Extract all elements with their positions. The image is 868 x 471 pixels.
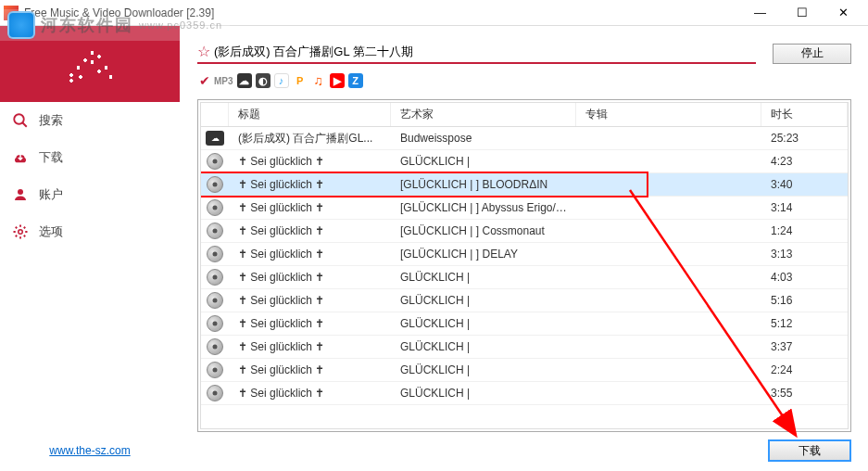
row-artist: [GLÜCKLICH | ] BLOODRΔIN (391, 178, 576, 191)
row-title: ✝ Sei glücklich ✝ (229, 201, 391, 214)
col-icon[interactable] (201, 103, 229, 126)
source-filter-row: ✔ MP3 ☁ ◐ ♪ P ♫ ▶ Z (197, 73, 851, 88)
disc-row-icon (207, 176, 223, 193)
footer-row: 下载 (197, 439, 851, 462)
disc-row-icon (207, 292, 223, 309)
col-title[interactable]: 标题 (229, 103, 391, 126)
app-logo (0, 26, 180, 102)
row-duration: 25:23 (761, 132, 848, 145)
maximize-button[interactable]: ☐ (781, 0, 823, 26)
favorite-star-icon[interactable]: ☆ (197, 43, 210, 60)
nav-label: 账户 (39, 186, 63, 203)
row-title: ✝ Sei glücklich ✝ (229, 224, 391, 237)
row-artist: GLÜCKLICH | (391, 155, 576, 168)
account-icon (11, 185, 30, 204)
result-row[interactable]: ✝ Sei glücklich ✝GLÜCKLICH |2:24 (201, 359, 848, 382)
svg-line-1 (22, 122, 27, 127)
result-row[interactable]: ✝ Sei glücklich ✝[GLÜCKLICH | ] BLOODRΔI… (201, 173, 848, 197)
source-mp3-label: MP3 (214, 76, 233, 86)
col-album[interactable]: 专辑 (576, 103, 761, 126)
result-row[interactable]: ✝ Sei glücklich ✝GLÜCKLICH |5:12 (201, 312, 848, 336)
row-duration: 3:40 (761, 178, 848, 191)
source-note-icon[interactable]: ♪ (274, 73, 289, 88)
nav-settings[interactable]: 选项 (0, 213, 180, 250)
col-duration[interactable]: 时长 (761, 103, 848, 126)
content-area: ☆ 停止 ✔ MP3 ☁ ◐ ♪ P ♫ ▶ Z 标题 艺术家 专辑 (181, 26, 868, 471)
source-soundcloud-icon[interactable]: ☁ (237, 73, 252, 88)
search-row: ☆ 停止 (197, 43, 851, 64)
row-duration: 5:16 (761, 294, 848, 307)
source-cloud-icon[interactable]: ◐ (256, 73, 270, 88)
titlebar: Free Music & Video Downloader [2.39] — ☐… (0, 0, 868, 26)
row-artist: GLÜCKLICH | (391, 317, 576, 330)
result-row[interactable]: ✝ Sei glücklich ✝GLÜCKLICH |3:55 (201, 382, 848, 405)
source-z-icon[interactable]: Z (348, 73, 363, 88)
source-headphone-icon[interactable]: ♫ (311, 73, 326, 88)
nav-account[interactable]: 账户 (0, 176, 180, 213)
row-duration: 3:13 (761, 248, 848, 261)
row-artist: Budweisspose (391, 132, 576, 145)
row-title: ✝ Sei glücklich ✝ (229, 155, 391, 168)
row-title: ✝ Sei glücklich ✝ (229, 340, 391, 353)
disc-row-icon (207, 362, 223, 378)
svg-point-0 (14, 114, 24, 124)
source-p-icon[interactable]: P (293, 73, 308, 88)
window-title: Free Music & Video Downloader [2.39] (24, 6, 739, 19)
result-row[interactable]: ✝ Sei glücklich ✝GLÜCKLICH |3:37 (201, 336, 848, 359)
result-row[interactable]: ✝ Sei glücklich ✝[GLÜCKLICH | ] DELAY3:1… (201, 243, 848, 266)
row-duration: 2:24 (761, 363, 848, 376)
stop-button[interactable]: 停止 (773, 44, 851, 64)
row-title: ✝ Sei glücklich ✝ (229, 294, 391, 307)
homepage-link[interactable]: www.the-sz.com (49, 444, 130, 457)
disc-row-icon (207, 315, 223, 332)
row-duration: 4:23 (761, 155, 848, 168)
list-header: 标题 艺术家 专辑 时长 (201, 103, 848, 127)
cloud-row-icon: ☁ (206, 131, 224, 146)
row-duration: 1:24 (761, 224, 848, 237)
row-title: (影后成双) 百合广播剧GL... (229, 131, 391, 146)
window-controls: — ☐ ✕ (739, 0, 864, 26)
row-title: ✝ Sei glücklich ✝ (229, 178, 391, 191)
row-artist: GLÜCKLICH | (391, 387, 576, 400)
svg-point-2 (18, 189, 23, 195)
result-row[interactable]: ✝ Sei glücklich ✝[GLÜCKLICH | ] Abyssus … (201, 197, 848, 220)
disc-row-icon (207, 223, 223, 239)
result-row[interactable]: ✝ Sei glücklich ✝GLÜCKLICH |4:23 (201, 150, 848, 173)
source-check-icon[interactable]: ✔ (199, 73, 210, 88)
row-title: ✝ Sei glücklich ✝ (229, 271, 391, 284)
result-row[interactable]: ☁(影后成双) 百合广播剧GL...Budweisspose25:23 (201, 127, 848, 150)
svg-point-3 (19, 230, 23, 235)
row-duration: 3:37 (761, 340, 848, 353)
row-title: ✝ Sei glücklich ✝ (229, 363, 391, 376)
row-artist: [GLÜCKLICH | ] Cossmonaut (391, 224, 576, 237)
minimize-button[interactable]: — (739, 0, 781, 26)
download-icon (11, 148, 30, 167)
col-artist[interactable]: 艺术家 (391, 103, 576, 126)
row-artist: GLÜCKLICH | (391, 363, 576, 376)
result-row[interactable]: ✝ Sei glücklich ✝GLÜCKLICH |4:03 (201, 266, 848, 289)
row-artist: GLÜCKLICH | (391, 340, 576, 353)
row-artist: [GLÜCKLICH | ] Abyssus Erigo/Sky... (391, 201, 576, 214)
row-duration: 5:12 (761, 317, 848, 330)
source-youtube-icon[interactable]: ▶ (330, 73, 345, 88)
disc-row-icon (207, 199, 223, 216)
disc-row-icon (207, 269, 223, 286)
nav-download[interactable]: 下载 (0, 139, 180, 176)
nav-label: 搜索 (39, 112, 63, 129)
disc-row-icon (207, 153, 223, 170)
row-artist: GLÜCKLICH | (391, 271, 576, 284)
download-button[interactable]: 下载 (768, 439, 851, 462)
row-title: ✝ Sei glücklich ✝ (229, 248, 391, 261)
sidebar-footer: www.the-sz.com (0, 430, 180, 471)
results-panel: 标题 艺术家 专辑 时长 ☁(影后成双) 百合广播剧GL...Budweissp… (197, 99, 851, 432)
close-button[interactable]: ✕ (823, 0, 864, 26)
results-list[interactable]: 标题 艺术家 专辑 时长 ☁(影后成双) 百合广播剧GL...Budweissp… (200, 102, 849, 429)
result-row[interactable]: ✝ Sei glücklich ✝GLÜCKLICH |5:16 (201, 289, 848, 312)
row-duration: 4:03 (761, 271, 848, 284)
search-field[interactable]: ☆ (197, 43, 756, 64)
row-artist: [GLÜCKLICH | ] DELAY (391, 248, 576, 261)
nav-label: 选项 (39, 223, 63, 240)
search-input[interactable] (214, 45, 756, 58)
nav-search[interactable]: 搜索 (0, 102, 180, 139)
result-row[interactable]: ✝ Sei glücklich ✝[GLÜCKLICH | ] Cossmona… (201, 220, 848, 243)
